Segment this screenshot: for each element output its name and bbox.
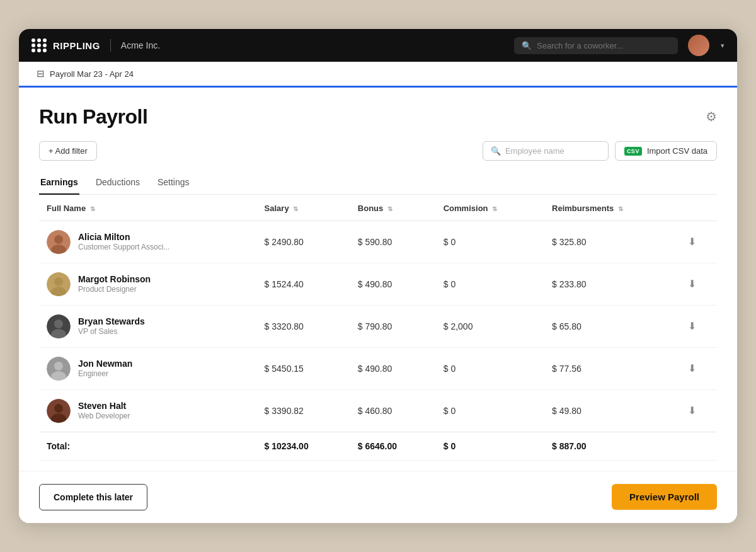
row-action[interactable]: ⬇ (680, 221, 717, 263)
employee-cell: Alicia Milton Customer Support Associ... (39, 221, 257, 263)
employee-name: Bryan Stewards (78, 316, 145, 326)
salary-value: $ 3390.82 (257, 389, 350, 432)
avatar (47, 399, 71, 423)
tab-deductions[interactable]: Deductions (94, 172, 141, 195)
svg-point-10 (54, 362, 63, 371)
total-commission: $ 0 (436, 432, 544, 460)
col-actions (680, 195, 717, 221)
bonus-value: $ 590.80 (350, 221, 436, 263)
avatar (47, 357, 71, 381)
sort-icon: ⇅ (618, 205, 623, 212)
employee-role: VP of Sales (78, 327, 145, 336)
salary-value: $ 2490.80 (257, 221, 350, 263)
sort-icon: ⇅ (492, 205, 497, 212)
row-action[interactable]: ⬇ (680, 305, 717, 347)
search-icon: 🔍 (522, 41, 532, 50)
import-csv-button[interactable]: CSV Import CSV data (615, 141, 717, 161)
chevron-down-icon[interactable]: ▾ (721, 42, 724, 50)
employee-name: Jon Newman (78, 359, 132, 369)
commission-value: $ 0 (436, 347, 544, 389)
svg-point-1 (54, 235, 63, 244)
breadcrumb-icon: ⊟ (37, 68, 45, 79)
toolbar: + Add filter 🔍 CSV Import CSV data (39, 141, 717, 161)
bonus-value: $ 790.80 (350, 305, 436, 347)
row-action[interactable]: ⬇ (680, 347, 717, 389)
search-input[interactable] (537, 41, 670, 50)
col-bonus[interactable]: Bonus ⇅ (350, 195, 436, 221)
reimbursements-value: $ 325.80 (544, 221, 680, 263)
complete-later-button[interactable]: Complete this later (39, 484, 147, 510)
bonus-value: $ 490.80 (350, 263, 436, 305)
avatar (47, 314, 71, 338)
avatar (47, 272, 71, 296)
table-row: Steven Halt Web Developer $ 3390.82 $ 46… (39, 389, 717, 432)
table-row: Jon Newman Engineer $ 5450.15 $ 490.80 $… (39, 347, 717, 389)
svg-point-4 (54, 277, 63, 286)
bonus-value: $ 460.80 (350, 389, 436, 432)
toolbar-right: 🔍 CSV Import CSV data (483, 141, 717, 161)
total-salary: $ 10234.00 (257, 432, 350, 460)
import-csv-label: Import CSV data (647, 146, 707, 156)
nav-divider (110, 39, 111, 52)
col-fullname[interactable]: Full Name ⇅ (39, 195, 257, 221)
reimbursements-value: $ 233.80 (544, 263, 680, 305)
total-bonus: $ 6646.00 (350, 432, 436, 460)
app-window: RIPPLING Acme Inc. 🔍 ▾ ⊟ Payroll Mar 23 … (19, 29, 737, 523)
company-name: Acme Inc. (121, 40, 160, 50)
main-content: Run Payroll ⚙ + Add filter 🔍 CSV Import … (19, 88, 737, 461)
avatar[interactable] (688, 35, 709, 56)
tab-bar: Earnings Deductions Settings (39, 172, 717, 195)
employee-role: Customer Support Associ... (78, 243, 169, 251)
salary-value: $ 5450.15 (257, 347, 350, 389)
employee-cell: Jon Newman Engineer (39, 347, 257, 389)
page-footer: Complete this later Preview Payroll (19, 471, 737, 523)
svg-point-13 (54, 404, 63, 413)
total-reimbursements: $ 887.00 (544, 432, 680, 460)
col-reimbursements[interactable]: Reimbursments ⇅ (544, 195, 680, 221)
add-filter-button[interactable]: + Add filter (39, 141, 97, 161)
breadcrumb-text: Payroll Mar 23 - Apr 24 (50, 69, 134, 79)
page-title: Run Payroll (39, 105, 147, 129)
table-row: Margot Robinson Product Designer $ 1524.… (39, 263, 717, 305)
logo-text: RIPPLING (53, 40, 100, 51)
table-row: Alicia Milton Customer Support Associ...… (39, 221, 717, 263)
download-icon[interactable]: ⬇ (688, 321, 696, 331)
search-icon: 🔍 (491, 146, 501, 156)
preview-payroll-button[interactable]: Preview Payroll (612, 484, 717, 510)
employee-cell: Margot Robinson Product Designer (39, 263, 257, 305)
sort-icon: ⇅ (90, 205, 95, 212)
employee-name-input[interactable] (505, 146, 600, 156)
row-action[interactable]: ⬇ (680, 263, 717, 305)
settings-icon[interactable]: ⚙ (706, 109, 717, 124)
download-icon[interactable]: ⬇ (688, 279, 696, 289)
top-navigation: RIPPLING Acme Inc. 🔍 ▾ (19, 29, 737, 62)
logo: RIPPLING (32, 38, 100, 52)
sort-icon: ⇅ (293, 205, 298, 212)
bonus-value: $ 490.80 (350, 347, 436, 389)
commission-value: $ 2,000 (436, 305, 544, 347)
employee-cell: Steven Halt Web Developer (39, 389, 257, 432)
employee-name: Steven Halt (78, 401, 130, 411)
col-commission[interactable]: Commision ⇅ (436, 195, 544, 221)
salary-value: $ 1524.40 (257, 263, 350, 305)
download-icon[interactable]: ⬇ (688, 405, 696, 416)
total-label: Total: (39, 432, 257, 460)
page-header: Run Payroll ⚙ (39, 105, 717, 129)
csv-badge: CSV (624, 147, 642, 156)
avatar (47, 230, 71, 254)
col-salary[interactable]: Salary ⇅ (257, 195, 350, 221)
total-row: Total: $ 10234.00 $ 6646.00 $ 0 $ 887.00 (39, 432, 717, 460)
sort-icon: ⇅ (387, 205, 392, 212)
download-icon[interactable]: ⬇ (688, 236, 696, 247)
global-search[interactable]: 🔍 (514, 37, 678, 54)
row-action[interactable]: ⬇ (680, 389, 717, 432)
employee-role: Web Developer (78, 411, 130, 420)
reimbursements-value: $ 65.80 (544, 305, 680, 347)
breadcrumb: ⊟ Payroll Mar 23 - Apr 24 (19, 62, 737, 88)
commission-value: $ 0 (436, 221, 544, 263)
tab-settings[interactable]: Settings (156, 172, 191, 195)
download-icon[interactable]: ⬇ (688, 363, 696, 374)
employee-search-box[interactable]: 🔍 (483, 141, 609, 161)
tab-earnings[interactable]: Earnings (39, 172, 79, 195)
table-header-row: Full Name ⇅ Salary ⇅ Bonus ⇅ Commision ⇅… (39, 195, 717, 221)
